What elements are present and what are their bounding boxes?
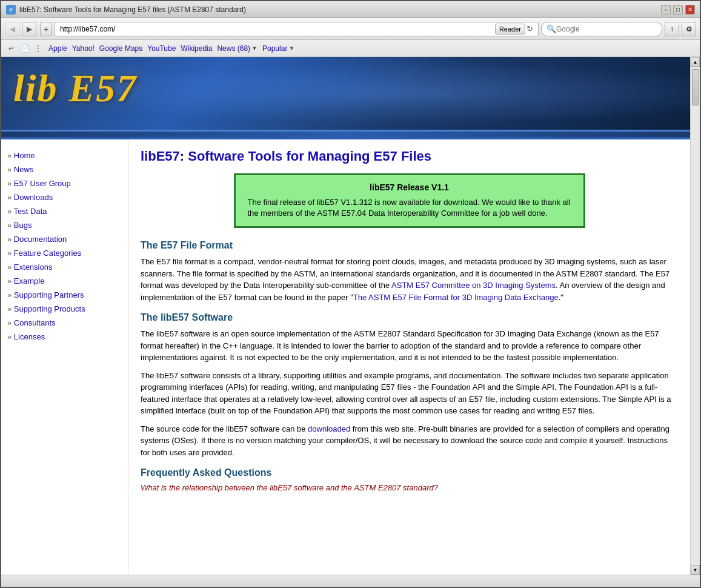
bookmark-popular[interactable]: Popular ▼ — [262, 44, 294, 53]
bookmark-wikipedia[interactable]: Wikipedia — [181, 44, 212, 53]
bookmark-yahoo[interactable]: Yahoo! — [72, 44, 95, 53]
libc-para3: The source code for the libE57 software … — [141, 423, 678, 459]
astm-committee-link[interactable]: ASTM E57 Committee on 3D Imaging Systems — [391, 281, 556, 290]
refresh-icon[interactable]: ↻ — [527, 24, 533, 33]
libc-para1: The libE57 software is an open source im… — [141, 328, 678, 364]
navigation-toolbar: ◀ ▶ + Reader ↻ 🔍 ↑ ⚙ — [1, 18, 700, 40]
share-button[interactable]: ↑ — [665, 22, 679, 36]
header-divider — [1, 130, 690, 137]
libc-section-heading: The libE57 Software — [141, 312, 678, 323]
e57-paper-link[interactable]: The ASTM E57 File Format for 3D Imaging … — [353, 293, 559, 302]
scroll-up-button[interactable]: ▲ — [691, 57, 700, 67]
sidebar-item-consultants[interactable]: Consultants — [7, 316, 122, 330]
bookmark-grid-icon[interactable]: ⋮ — [33, 43, 44, 54]
site-header-banner: lib E57 — [1, 57, 690, 130]
scrollbar[interactable]: ▲ ▼ — [690, 57, 700, 575]
scroll-track[interactable] — [691, 67, 700, 565]
libc-para3-text1: The source code for the libE57 software … — [141, 424, 308, 433]
downloaded-link[interactable]: downloaded — [308, 424, 350, 433]
status-bar — [1, 575, 700, 587]
faq-section-heading: Frequently Asked Questions — [141, 467, 678, 478]
preferences-button[interactable]: ⚙ — [682, 22, 696, 36]
new-tab-button[interactable]: + — [40, 22, 52, 36]
search-bar[interactable]: 🔍 — [541, 22, 662, 36]
sidebar-item-test-data[interactable]: Test Data — [7, 204, 122, 218]
e57-section-heading: The E57 File Format — [141, 240, 678, 251]
libc-para2: The libE57 software consists of a librar… — [141, 370, 678, 417]
search-input[interactable] — [556, 25, 657, 33]
toolbar-right: ↑ ⚙ — [665, 22, 696, 36]
sidebar-item-extensions[interactable]: Extensions — [7, 260, 122, 274]
browser-icon: e — [6, 5, 16, 15]
popular-dropdown-icon[interactable]: ▼ — [288, 45, 294, 52]
sidebar-item-example[interactable]: Example — [7, 274, 122, 288]
site-logo: lib E57 — [13, 66, 137, 111]
maximize-button[interactable]: □ — [673, 5, 683, 15]
address-bar[interactable]: Reader ↻ — [55, 22, 539, 36]
release-box-text: The final release of libE57 V1.1.312 is … — [248, 197, 571, 219]
search-icon: 🔍 — [547, 24, 556, 33]
forward-button[interactable]: ▶ — [22, 22, 36, 36]
faq-question-1: What is the relationship between the lib… — [141, 483, 678, 492]
sidebar-item-news[interactable]: News — [7, 162, 122, 176]
scroll-down-button[interactable]: ▼ — [691, 565, 700, 575]
content-layout: Home News E57 User Group Downloads Test … — [1, 139, 690, 575]
bookmarks-icons: ↵ 📄 ⋮ — [6, 43, 44, 54]
sidebar-item-supporting-partners[interactable]: Supporting Partners — [7, 288, 122, 302]
sidebar-item-licenses[interactable]: Licenses — [7, 330, 122, 344]
bookmark-popular-link[interactable]: Popular — [262, 44, 287, 53]
bookmark-return-icon[interactable]: ↵ — [6, 43, 17, 54]
title-bar-left: e libE57: Software Tools for Managing E5… — [6, 5, 246, 15]
news-dropdown-icon[interactable]: ▼ — [251, 45, 257, 52]
bookmark-news[interactable]: News (68) ▼ — [217, 44, 257, 53]
bookmark-youtube[interactable]: YouTube — [147, 44, 176, 53]
sidebar-item-feature-categories[interactable]: Feature Categories — [7, 246, 122, 260]
back-button[interactable]: ◀ — [5, 22, 19, 36]
bookmarks-bar: ↵ 📄 ⋮ Apple Yahoo! Google Maps YouTube W… — [1, 40, 700, 57]
bookmark-book-icon[interactable]: 📄 — [19, 43, 30, 54]
browser-content: lib E57 Home News E57 User Group Downloa… — [1, 57, 690, 575]
bookmark-apple[interactable]: Apple — [48, 44, 67, 53]
e57-section-para1: The E57 file format is a compact, vendor… — [141, 256, 678, 303]
main-content: libE57: Software Tools for Managing E57 … — [128, 139, 690, 575]
sidebar-item-documentation[interactable]: Documentation — [7, 232, 122, 246]
release-box-title: libE57 Release V1.1 — [248, 182, 571, 192]
sidebar-item-home[interactable]: Home — [7, 149, 122, 162]
sidebar-item-bugs[interactable]: Bugs — [7, 218, 122, 232]
close-button[interactable]: ✕ — [685, 5, 695, 15]
window-title: libE57: Software Tools for Managing E57 … — [19, 5, 246, 14]
sidebar-item-e57-user-group[interactable]: E57 User Group — [7, 176, 122, 190]
sidebar-item-downloads[interactable]: Downloads — [7, 190, 122, 204]
e57-para1-text3: ." — [559, 293, 563, 302]
reader-button[interactable]: Reader — [495, 24, 525, 35]
title-bar: e libE57: Software Tools for Managing E5… — [1, 1, 700, 18]
sidebar-item-supporting-products[interactable]: Supporting Products — [7, 302, 122, 316]
bookmark-news-link[interactable]: News (68) — [217, 44, 250, 53]
url-input[interactable] — [60, 25, 495, 33]
release-box: libE57 Release V1.1 The final release of… — [234, 173, 585, 228]
minimize-button[interactable]: – — [661, 5, 671, 15]
scroll-thumb[interactable] — [692, 69, 699, 105]
sidebar-nav: Home News E57 User Group Downloads Test … — [1, 139, 128, 575]
window-controls: – □ ✕ — [661, 5, 695, 15]
bookmark-google-maps[interactable]: Google Maps — [99, 44, 142, 53]
browser-window: e libE57: Software Tools for Managing E5… — [0, 0, 701, 588]
main-area: lib E57 Home News E57 User Group Downloa… — [1, 57, 700, 575]
page-title: libE57: Software Tools for Managing E57 … — [141, 149, 678, 164]
